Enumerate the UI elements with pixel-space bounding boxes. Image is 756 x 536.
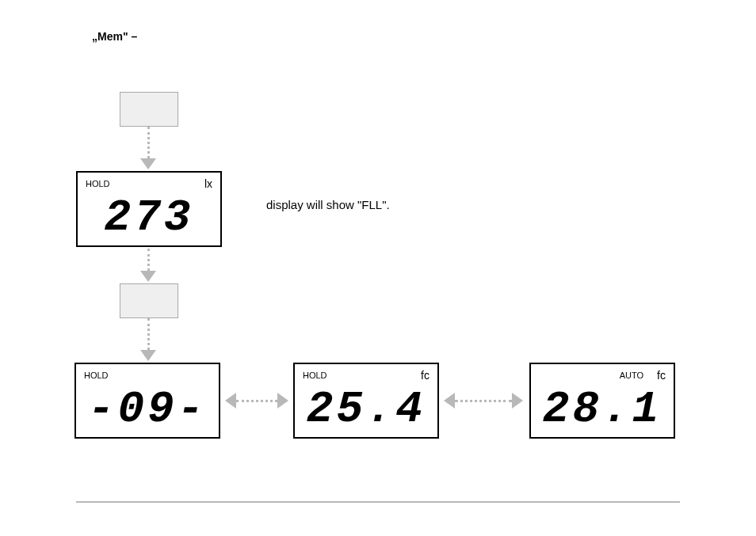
arrow-down-1: [140, 127, 156, 169]
hold-label: HOLD: [84, 371, 109, 380]
lcd-value: 28.1: [531, 382, 674, 437]
lcd-display-2: HOLD -09-: [74, 363, 220, 439]
lcd-value: 25.4: [295, 382, 437, 437]
hold-label: HOLD: [303, 371, 327, 380]
lcd-display-3: HOLD fc 25.4: [293, 363, 439, 439]
lcd-value: 273: [78, 190, 220, 245]
arrow-down-3: [140, 318, 156, 361]
arrow-bidir-1: [225, 393, 288, 409]
arrow-bidir-2: [444, 393, 523, 409]
lcd-value: -09-: [76, 382, 219, 437]
auto-label: AUTO: [620, 371, 643, 380]
hold-label: HOLD: [86, 179, 110, 188]
unit-label: fc: [657, 369, 666, 382]
button-placeholder-2: [120, 283, 178, 318]
divider: [76, 501, 680, 503]
lcd-display-1: HOLD lx 273: [76, 171, 222, 247]
lcd-display-4: AUTO fc 28.1: [529, 363, 675, 439]
section-title: „Mem" –: [92, 30, 137, 43]
description-text: display will show "FLL".: [266, 198, 390, 211]
unit-label: fc: [421, 369, 430, 382]
button-placeholder-1: [120, 92, 178, 127]
arrow-down-2: [140, 249, 156, 282]
unit-label: lx: [204, 177, 212, 190]
